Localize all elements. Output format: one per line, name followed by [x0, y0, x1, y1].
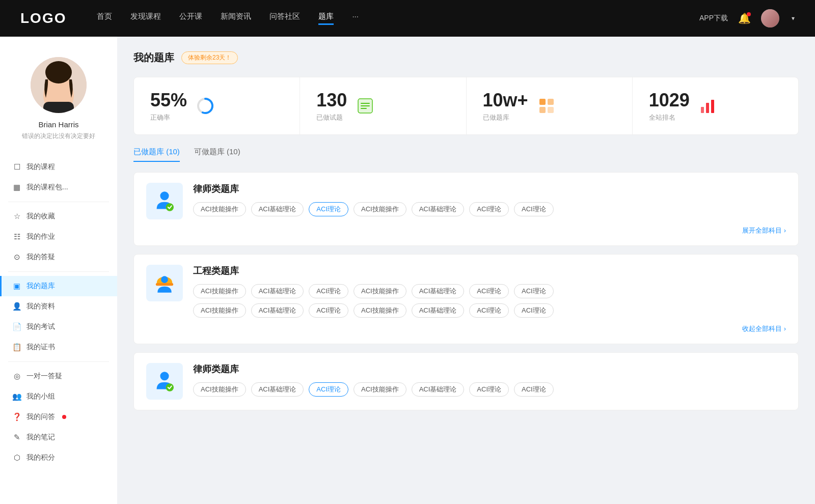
sidebar-item-questions[interactable]: ❓ 我的问答	[0, 407, 117, 427]
sidebar-item-points[interactable]: ⬡ 我的积分	[0, 447, 117, 468]
topic-tag[interactable]: ACI理论	[469, 284, 509, 298]
topic-tag[interactable]: ACI技能操作	[193, 303, 246, 318]
svg-point-19	[160, 191, 169, 200]
sidebar-item-exam[interactable]: 📄 我的考试	[0, 317, 117, 337]
nav-opencourse[interactable]: 公开课	[179, 12, 202, 25]
sidebar-item-certificate[interactable]: 📋 我的证书	[0, 337, 117, 357]
sidebar-item-label: 我的作业	[26, 232, 55, 241]
homework-icon: ☷	[12, 232, 21, 241]
notes-icon: ✎	[12, 433, 21, 442]
topic-tag[interactable]: ACI理论	[309, 303, 348, 318]
topic-tag-active[interactable]: ACI理论	[309, 202, 348, 216]
topic-tag[interactable]: ACI基础理论	[412, 202, 465, 216]
svg-rect-21	[156, 283, 173, 286]
topic-name: 律师类题库	[193, 363, 786, 375]
sidebar-divider	[8, 361, 109, 362]
collapse-button[interactable]: 收起全部科目 ›	[742, 325, 786, 332]
sidebar-menu: ☐ 我的课程 ▦ 我的课程包... ☆ 我的收藏 ☷ 我的作业 ⊙ 我的答疑	[0, 157, 117, 468]
topic-footer: 展开全部科目 ›	[146, 226, 786, 235]
page-header: 我的题库 体验剩余23天！	[133, 51, 799, 65]
topic-tag[interactable]: ACI基础理论	[251, 382, 304, 397]
sidebar-item-1on1[interactable]: ◎ 一对一答疑	[0, 366, 117, 386]
topic-tag[interactable]: ACI理论	[514, 284, 554, 298]
nav-home[interactable]: 首页	[97, 12, 112, 25]
topic-name: 律师类题库	[193, 183, 786, 195]
topic-tag[interactable]: ACI技能操作	[354, 284, 406, 298]
app-download-link[interactable]: APP下载	[699, 14, 728, 23]
sidebar-item-label: 我的收藏	[26, 212, 55, 221]
sidebar-item-notes[interactable]: ✎ 我的笔记	[0, 427, 117, 447]
topic-card-header: 律师类题库 ACI技能操作 ACI基础理论 ACI理论 ACI技能操作 ACI基…	[146, 183, 786, 219]
svg-rect-16	[701, 107, 704, 113]
svg-point-23	[160, 372, 169, 380]
sidebar-item-label: 我的积分	[26, 453, 55, 462]
svg-point-3	[45, 61, 72, 83]
sidebar-item-coursepack[interactable]: ▦ 我的课程包...	[0, 177, 117, 198]
sidebar-motto: 错误的决定比没有决定要好	[14, 132, 103, 141]
sidebar-item-favorites[interactable]: ☆ 我的收藏	[0, 206, 117, 227]
topic-tag[interactable]: ACI基础理论	[251, 284, 304, 298]
stat-done-banks: 10w+ 已做题库	[467, 77, 633, 134]
topic-content: 工程类题库 ACI技能操作 ACI基础理论 ACI理论 ACI技能操作 ACI基…	[193, 265, 786, 318]
avatar[interactable]	[761, 9, 779, 27]
notification-bell[interactable]: 🔔	[738, 12, 751, 24]
sidebar-item-questionbank[interactable]: ▣ 我的题库	[0, 276, 117, 296]
expand-button[interactable]: 展开全部科目 ›	[742, 227, 786, 234]
topic-tag[interactable]: ACI理论	[469, 382, 509, 397]
sidebar-item-label: 我的课程包...	[26, 183, 68, 192]
sidebar-item-course[interactable]: ☐ 我的课程	[0, 157, 117, 177]
topic-tag[interactable]: ACI技能操作	[354, 202, 406, 216]
svg-point-22	[161, 276, 168, 283]
stat-ranking-value: 1029	[649, 90, 690, 111]
topic-footer: 收起全部科目 ›	[146, 324, 786, 333]
topic-tag[interactable]: ACI技能操作	[354, 303, 406, 318]
topic-tag-active[interactable]: ACI理论	[309, 382, 348, 397]
sidebar-item-profile[interactable]: 👤 我的资料	[0, 296, 117, 317]
topic-card-engineer: 工程类题库 ACI技能操作 ACI基础理论 ACI理论 ACI技能操作 ACI基…	[133, 254, 799, 344]
sidebar-item-label: 我的考试	[26, 322, 55, 331]
topic-tag[interactable]: ACI理论	[514, 303, 554, 318]
topic-tag[interactable]: ACI理论	[469, 303, 509, 318]
lawyer-icon-2	[152, 369, 177, 394]
svg-rect-15	[548, 107, 554, 113]
sidebar-item-homework[interactable]: ☷ 我的作业	[0, 227, 117, 247]
topic-tag[interactable]: ACI理论	[514, 202, 554, 216]
topic-icon-lawyer2	[146, 363, 183, 400]
topic-tag[interactable]: ACI理论	[309, 284, 348, 298]
certificate-icon: 📋	[12, 343, 21, 352]
topic-tags: ACI技能操作 ACI基础理论 ACI理论 ACI技能操作 ACI基础理论 AC…	[193, 284, 786, 298]
topic-tag[interactable]: ACI基础理论	[412, 284, 465, 298]
topic-tag[interactable]: ACI基础理论	[251, 202, 304, 216]
svg-rect-13	[548, 99, 554, 105]
topic-tag[interactable]: ACI技能操作	[193, 382, 246, 397]
stat-done-banks-content: 10w+ 已做题库	[483, 90, 528, 122]
nav-more[interactable]: ···	[352, 12, 359, 25]
sidebar-item-label: 我的问答	[26, 412, 55, 422]
account-dropdown-icon[interactable]: ▾	[792, 15, 795, 22]
topic-tags: ACI技能操作 ACI基础理论 ACI理论 ACI技能操作 ACI基础理论 AC…	[193, 202, 786, 216]
profile-icon: 👤	[12, 302, 21, 311]
topic-tag[interactable]: ACI技能操作	[354, 382, 406, 397]
course-icon: ☐	[12, 162, 21, 172]
lawyer-icon	[152, 189, 177, 213]
topic-tag[interactable]: ACI理论	[469, 202, 509, 216]
page-layout: Brian Harris 错误的决定比没有决定要好 ☐ 我的课程 ▦ 我的课程包…	[0, 37, 815, 504]
topic-tag[interactable]: ACI基础理论	[251, 303, 304, 318]
star-icon: ☆	[12, 212, 21, 221]
sidebar-item-group[interactable]: 👥 我的小组	[0, 386, 117, 407]
sidebar-item-qa[interactable]: ⊙ 我的答疑	[0, 247, 117, 267]
nav-qa[interactable]: 问答社区	[269, 12, 300, 25]
topic-tag[interactable]: ACI理论	[514, 382, 554, 397]
topic-tag[interactable]: ACI技能操作	[193, 202, 246, 216]
tab-done[interactable]: 已做题库 (10)	[133, 147, 180, 162]
tab-available[interactable]: 可做题库 (10)	[194, 147, 240, 162]
nav-discover[interactable]: 发现课程	[130, 12, 161, 25]
topic-tag[interactable]: ACI基础理论	[412, 382, 465, 397]
nav-news[interactable]: 新闻资讯	[221, 12, 251, 25]
topic-tag[interactable]: ACI技能操作	[193, 284, 246, 298]
stat-done-banks-label: 已做题库	[483, 113, 528, 122]
topic-tag[interactable]: ACI基础理论	[412, 303, 465, 318]
topic-tags: ACI技能操作 ACI基础理论 ACI理论 ACI技能操作 ACI基础理论 AC…	[193, 382, 786, 397]
nav-questionbank[interactable]: 题库	[318, 12, 334, 25]
avatar-image	[761, 9, 779, 27]
